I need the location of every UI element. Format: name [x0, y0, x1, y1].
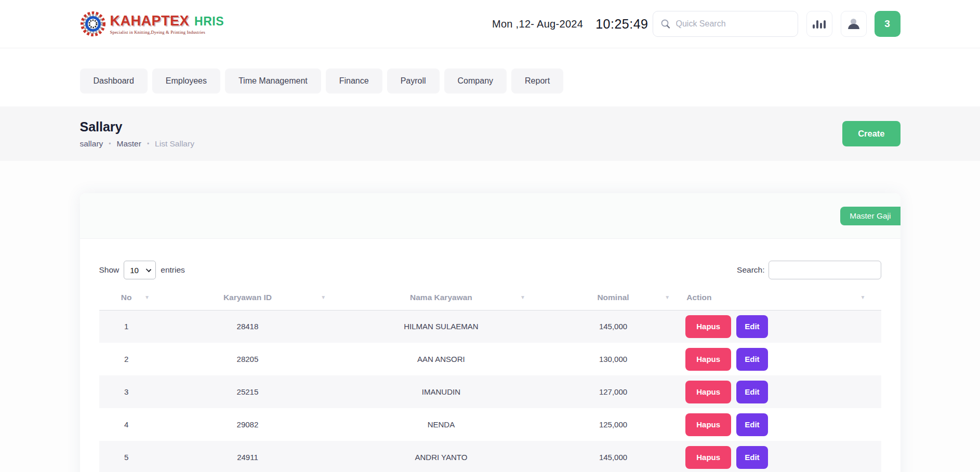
- cell-nominal: 127,000: [541, 375, 685, 408]
- stats-button[interactable]: [806, 11, 832, 37]
- breadcrumb: sallary • Master • List Sallary: [80, 139, 194, 149]
- table-row: 2 28205 AAN ANSORI 130,000 Hapus Edit: [99, 343, 881, 375]
- cell-nama-karyawan: ANDRI YANTO: [341, 441, 541, 472]
- column-header-karyawan-id[interactable]: Karyawan ID ▼: [154, 286, 341, 310]
- content-area: Master Gaji Show 10 entries: [0, 161, 980, 472]
- cell-action: Hapus Edit: [685, 310, 881, 343]
- sallary-card: Master Gaji Show 10 entries: [80, 193, 900, 472]
- table-search-label: Search:: [737, 265, 764, 275]
- create-button[interactable]: Create: [842, 121, 900, 146]
- top-header: KAHAPTEX HRIS Specialist in Knitting,Dye…: [0, 0, 980, 48]
- quick-search[interactable]: [653, 11, 798, 37]
- show-label: Show: [99, 265, 120, 275]
- breadcrumb-item-master[interactable]: Master: [117, 139, 141, 149]
- cell-nama-karyawan: HILMAN SULAEMAN: [341, 310, 541, 343]
- current-date: Mon ,12- Aug-2024: [492, 18, 583, 30]
- cell-action: Hapus Edit: [685, 375, 881, 408]
- brand-name: KAHAPTEX: [110, 13, 190, 29]
- table-row: 1 28418 HILMAN SULAEMAN 145,000 Hapus Ed…: [99, 310, 881, 343]
- search-icon: [660, 19, 671, 29]
- page: { "header": { "logo": { "brand": "KAHAPT…: [0, 0, 980, 472]
- nav-item-payroll[interactable]: Payroll: [387, 69, 440, 93]
- cell-karyawan-id: 28418: [154, 310, 341, 343]
- cell-no: 3: [99, 375, 154, 408]
- cell-nominal: 145,000: [541, 310, 685, 343]
- user-icon: [848, 19, 859, 29]
- nav-item-company[interactable]: Company: [444, 69, 507, 93]
- cell-karyawan-id: 29082: [154, 408, 341, 441]
- column-header-no[interactable]: No ▼: [99, 286, 154, 310]
- table-row: 3 25215 IMANUDIN 127,000 Hapus Edit: [99, 375, 881, 408]
- page-size-select-wrap: 10: [124, 261, 156, 279]
- hapus-button[interactable]: Hapus: [685, 446, 731, 469]
- table-search-input[interactable]: [769, 261, 881, 279]
- logo[interactable]: KAHAPTEX HRIS Specialist in Knitting,Dye…: [80, 10, 224, 38]
- cell-nominal: 130,000: [541, 343, 685, 375]
- breadcrumb-item-list-sallary: List Sallary: [155, 139, 194, 149]
- breadcrumb-item-sallary[interactable]: sallary: [80, 139, 103, 149]
- table-row: 4 29082 NENDA 125,000 Hapus Edit: [99, 408, 881, 441]
- cell-nama-karyawan: NENDA: [341, 408, 541, 441]
- logo-gear-icon: [80, 10, 106, 38]
- hapus-button[interactable]: Hapus: [685, 348, 731, 371]
- sort-icon[interactable]: ▼: [860, 294, 866, 300]
- cell-no: 4: [99, 408, 154, 441]
- cell-karyawan-id: 24911: [154, 441, 341, 472]
- table-controls: Show 10 entries Search:: [99, 261, 881, 279]
- main-nav: Dashboard Employees Time Management Fina…: [0, 48, 980, 106]
- master-gaji-badge: Master Gaji: [840, 207, 900, 225]
- nav-item-dashboard[interactable]: Dashboard: [80, 69, 148, 93]
- entries-label: entries: [161, 265, 185, 275]
- table-header-row: No ▼ Karyawan ID ▼ Nama Karyawan ▼: [99, 286, 881, 310]
- page-size-select[interactable]: 10: [124, 261, 156, 279]
- column-header-action[interactable]: Action ▼: [685, 286, 881, 310]
- quick-search-input[interactable]: [676, 19, 790, 29]
- cell-action: Hapus Edit: [685, 343, 881, 375]
- sort-icon[interactable]: ▼: [321, 294, 326, 300]
- cell-action: Hapus Edit: [685, 441, 881, 472]
- page-header: Sallary sallary • Master • List Sallary …: [0, 106, 980, 161]
- edit-button[interactable]: Edit: [736, 413, 767, 436]
- cell-nominal: 145,000: [541, 441, 685, 472]
- profile-button[interactable]: [841, 11, 867, 37]
- breadcrumb-dot: •: [147, 140, 149, 147]
- hapus-button[interactable]: Hapus: [685, 315, 731, 338]
- cell-karyawan-id: 28205: [154, 343, 341, 375]
- column-header-nama-karyawan[interactable]: Nama Karyawan ▼: [341, 286, 541, 310]
- brand-tagline: Specialist in Knitting,Dyeing & Printing…: [110, 30, 224, 35]
- notification-count-button[interactable]: 3: [875, 11, 900, 37]
- edit-button[interactable]: Edit: [736, 348, 767, 371]
- cell-nominal: 125,000: [541, 408, 685, 441]
- sort-icon[interactable]: ▼: [520, 294, 525, 300]
- edit-button[interactable]: Edit: [736, 446, 767, 469]
- page-title: Sallary: [80, 119, 194, 134]
- hapus-button[interactable]: Hapus: [685, 413, 731, 436]
- cell-nama-karyawan: IMANUDIN: [341, 375, 541, 408]
- cell-nama-karyawan: AAN ANSORI: [341, 343, 541, 375]
- nav-item-report[interactable]: Report: [511, 69, 563, 93]
- brand-suffix: HRIS: [194, 15, 224, 29]
- sallary-table: No ▼ Karyawan ID ▼ Nama Karyawan ▼: [99, 286, 881, 472]
- hapus-button[interactable]: Hapus: [685, 381, 731, 403]
- cell-karyawan-id: 25215: [154, 375, 341, 408]
- cell-action: Hapus Edit: [685, 408, 881, 441]
- nav-item-time-management[interactable]: Time Management: [225, 69, 321, 93]
- breadcrumb-dot: •: [109, 140, 111, 147]
- card-header: Master Gaji: [80, 193, 900, 239]
- cell-no: 1: [99, 310, 154, 343]
- nav-item-employees[interactable]: Employees: [152, 69, 220, 93]
- sort-icon[interactable]: ▼: [144, 294, 150, 300]
- table-row: 5 24911 ANDRI YANTO 145,000 Hapus Edit: [99, 441, 881, 472]
- bar-chart-icon: [813, 19, 826, 29]
- sort-icon[interactable]: ▼: [665, 294, 670, 300]
- cell-no: 2: [99, 343, 154, 375]
- edit-button[interactable]: Edit: [736, 381, 767, 403]
- nav-item-finance[interactable]: Finance: [326, 69, 382, 93]
- column-header-nominal[interactable]: Nominal ▼: [541, 286, 685, 310]
- current-time: 10:25:49: [595, 17, 648, 32]
- edit-button[interactable]: Edit: [736, 315, 767, 338]
- cell-no: 5: [99, 441, 154, 472]
